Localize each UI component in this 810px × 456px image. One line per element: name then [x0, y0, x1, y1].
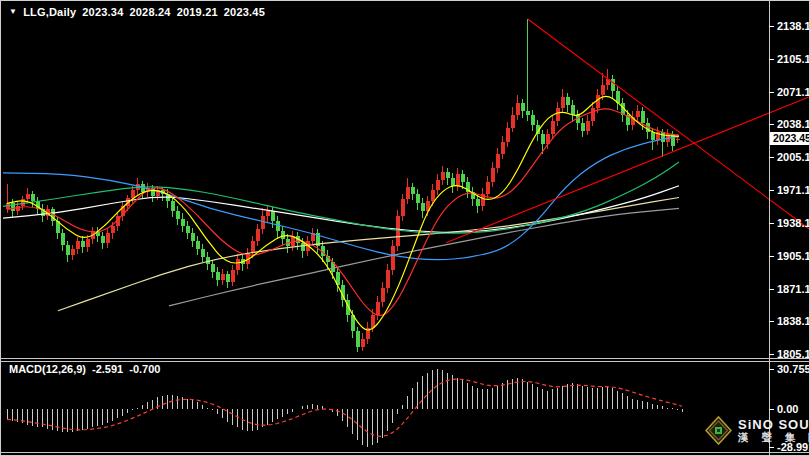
- watermark-brand: SiNO SOUND: [738, 418, 810, 432]
- svg-text:2138.10: 2138.10: [777, 20, 810, 32]
- svg-text:1805.10: 1805.10: [777, 348, 810, 360]
- ohlc-high: 2028.24: [129, 6, 170, 18]
- macd-header: MACD(12,26,9) -2.591 -0.700: [9, 363, 160, 375]
- symbol-label: LLG,Daily: [23, 6, 76, 18]
- sino-sound-logo-icon: [705, 416, 732, 445]
- symbol-dropdown-icon[interactable]: ▼: [9, 7, 17, 16]
- macd-label: MACD(12,26,9): [9, 363, 86, 375]
- svg-text:30.755: 30.755: [777, 363, 810, 375]
- ohlc-open: 2023.34: [82, 6, 123, 18]
- watermark-company: 漢 聲 集 團: [738, 432, 810, 443]
- trading-chart-window: 2138.102105.102071.102038.102005.101971.…: [0, 0, 810, 456]
- ohlc-low: 2019.21: [177, 6, 218, 18]
- svg-text:1938.10: 1938.10: [777, 217, 810, 229]
- svg-text:1905.10: 1905.10: [777, 250, 810, 262]
- chart-header: ▼ LLG,Daily 2023.34 2028.24 2019.21 2023…: [9, 6, 265, 18]
- svg-text:2105.10: 2105.10: [777, 53, 810, 65]
- svg-text:0.00: 0.00: [777, 403, 798, 415]
- svg-text:1838.10: 1838.10: [777, 315, 810, 327]
- ohlc-close: 2023.45: [224, 6, 265, 18]
- svg-text:1971.10: 1971.10: [777, 184, 810, 196]
- svg-text:2005.10: 2005.10: [777, 151, 810, 163]
- chart-canvas[interactable]: 2138.102105.102071.102038.102005.101971.…: [1, 1, 810, 456]
- current-price-tag: 2023.45: [770, 132, 810, 145]
- svg-text:2071.10: 2071.10: [777, 86, 810, 98]
- macd-main-value: -2.591: [92, 363, 123, 375]
- macd-signal-value: -0.700: [129, 363, 160, 375]
- broker-watermark: SiNO SOUND 漢 聲 集 團: [705, 416, 810, 445]
- svg-text:1871.10: 1871.10: [777, 283, 810, 295]
- svg-text:2038.10: 2038.10: [777, 118, 810, 130]
